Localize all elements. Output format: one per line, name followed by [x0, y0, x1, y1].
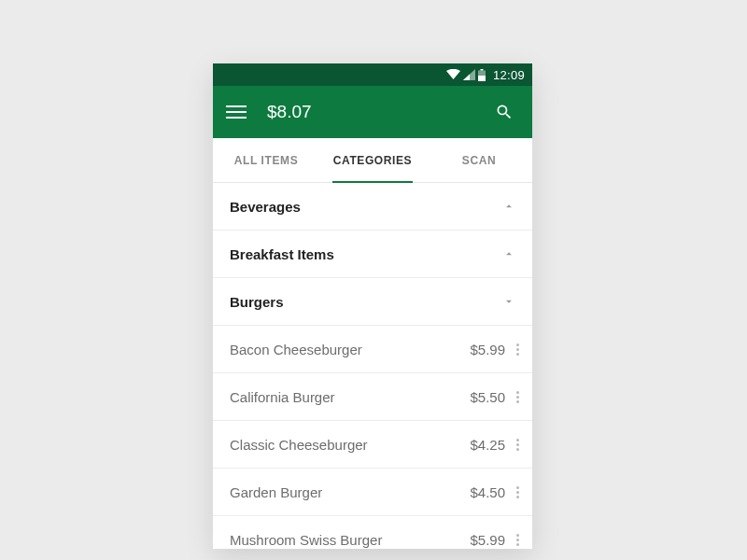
- chevron-down-icon: [502, 295, 515, 308]
- list-item[interactable]: Garden Burger $4.50: [213, 469, 532, 516]
- app-bar: $8.07: [213, 86, 532, 138]
- status-bar: 12:09: [213, 63, 532, 86]
- category-label: Burgers: [230, 294, 502, 310]
- signal-icon: [463, 69, 475, 80]
- item-price: $5.99: [470, 342, 505, 357]
- search-icon: [495, 103, 514, 121]
- item-name: Mushroom Swiss Burger: [230, 532, 470, 548]
- search-button[interactable]: [489, 97, 519, 127]
- item-price: $4.50: [470, 484, 505, 500]
- category-row-burgers[interactable]: Burgers: [213, 278, 532, 326]
- item-price: $5.99: [470, 532, 505, 548]
- item-overflow-button[interactable]: [513, 385, 523, 409]
- wifi-icon: [446, 69, 460, 80]
- battery-icon: [478, 69, 486, 81]
- svg-rect-2: [478, 76, 486, 81]
- category-row-beverages[interactable]: Beverages: [213, 183, 532, 231]
- menu-icon[interactable]: [226, 102, 247, 122]
- chevron-up-icon: [502, 247, 515, 260]
- cart-total: $8.07: [267, 102, 312, 122]
- item-overflow-button[interactable]: [513, 528, 523, 550]
- status-time: 12:09: [493, 68, 525, 82]
- item-overflow-button[interactable]: [513, 481, 523, 504]
- chevron-up-icon: [502, 200, 515, 213]
- tab-scan[interactable]: SCAN: [426, 138, 532, 182]
- category-row-breakfast[interactable]: Breakfast Items: [213, 231, 532, 278]
- item-overflow-button[interactable]: [513, 338, 523, 361]
- item-name: Classic Cheeseburger: [230, 437, 470, 453]
- list-item[interactable]: Classic Cheeseburger $4.25: [213, 421, 532, 469]
- item-name: California Burger: [230, 389, 470, 405]
- item-name: Bacon Cheeseburger: [230, 342, 470, 357]
- item-overflow-button[interactable]: [513, 433, 523, 456]
- phone-frame: 12:09 $8.07 ALL ITEMS CATEGORIES SCAN Be…: [213, 63, 532, 549]
- list-item[interactable]: Mushroom Swiss Burger $5.99: [213, 516, 532, 549]
- tab-all-items[interactable]: ALL ITEMS: [213, 138, 319, 182]
- list-item[interactable]: California Burger $5.50: [213, 373, 532, 421]
- svg-rect-0: [480, 69, 483, 71]
- item-price: $4.25: [470, 437, 505, 453]
- item-name: Garden Burger: [230, 484, 470, 500]
- category-label: Breakfast Items: [230, 246, 502, 262]
- tab-categories[interactable]: CATEGORIES: [319, 138, 426, 182]
- list-item[interactable]: Bacon Cheeseburger $5.99: [213, 326, 532, 373]
- tab-bar: ALL ITEMS CATEGORIES SCAN: [213, 138, 532, 183]
- category-label: Beverages: [230, 199, 502, 215]
- status-icons: [446, 69, 486, 81]
- item-price: $5.50: [470, 389, 505, 405]
